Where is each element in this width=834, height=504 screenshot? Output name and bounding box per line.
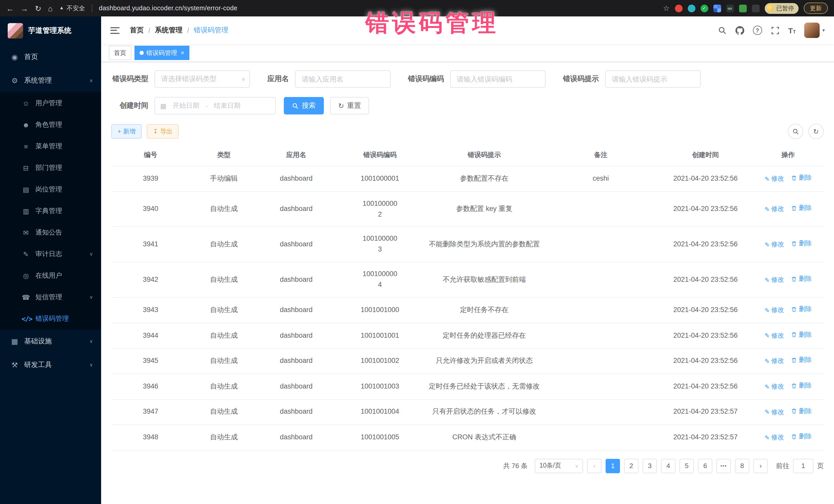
sidebar-item-online-users[interactable]: ◎ 在线用户 (0, 265, 101, 286)
edit-button[interactable]: ✎修改 (765, 433, 784, 443)
help-icon[interactable]: ? (753, 26, 762, 35)
sidebar-item-menu[interactable]: ≡ 菜单管理 (0, 135, 101, 157)
search-button[interactable]: 搜索 (284, 97, 324, 114)
delete-button[interactable]: 删除 (791, 239, 812, 249)
column-header-ops: 操作 (752, 144, 824, 166)
sidebar-item-home[interactable]: ◉ 首页 (0, 45, 101, 69)
delete-button[interactable]: 删除 (791, 406, 812, 416)
extensions-pin-icon[interactable] (752, 4, 759, 12)
delete-button[interactable]: 删除 (791, 203, 812, 213)
security-warning-badge[interactable]: ▲ 不安全 (59, 4, 85, 13)
date-end-placeholder: 结束日期 (214, 101, 240, 110)
home-icon[interactable]: ⌂ (48, 4, 52, 12)
breadcrumb-system[interactable]: 系统管理 (155, 26, 183, 35)
paused-label: 已暂停 (776, 4, 794, 12)
github-icon[interactable] (736, 26, 744, 35)
hamburger-icon[interactable] (110, 27, 119, 34)
more-pages-button[interactable]: ••• (717, 459, 731, 473)
chevron-down-icon: ∨ (241, 76, 245, 82)
sidebar-item-post[interactable]: ▤ 岗位管理 (0, 179, 101, 200)
delete-button[interactable]: 删除 (791, 173, 812, 183)
user-avatar[interactable]: ▾ (805, 23, 825, 38)
delete-button[interactable]: 删除 (791, 330, 812, 340)
error-msg-input[interactable] (605, 70, 701, 88)
extension-icon-on-badge[interactable]: on (726, 4, 734, 12)
extension-icon-green[interactable] (739, 4, 746, 12)
page-size-select[interactable]: 10条/页 ∨ (535, 459, 583, 473)
error-code-table: 编号 类型 应用名 错误码编码 错误码提示 备注 创建时间 操作 3939 (111, 144, 824, 451)
sidebar-item-role[interactable]: ☻ 角色管理 (0, 114, 101, 135)
sidebar-item-infra[interactable]: ▦ 基础设施 ∨ (0, 329, 101, 353)
sidebar-item-system[interactable]: ⚙ 系统管理 ∧ (0, 69, 101, 92)
delete-button[interactable]: 删除 (791, 274, 812, 284)
extension-icon-green-check[interactable]: ✓ (700, 4, 708, 12)
sidebar-item-notice[interactable]: ✉ 通知公告 (0, 222, 101, 243)
back-icon[interactable]: ← (6, 4, 14, 12)
page-button-6[interactable]: 6 (698, 459, 712, 473)
infrastructure-icon: ▦ (10, 337, 19, 345)
edit-button[interactable]: ✎修改 (765, 382, 784, 392)
reload-icon[interactable]: ↻ (35, 4, 41, 12)
top-navbar: 首页 / 系统管理 / 错误码管理 ? (101, 17, 834, 44)
error-code-input[interactable] (450, 70, 546, 88)
page-jump-input[interactable] (793, 459, 813, 473)
add-button[interactable]: + 新增 (111, 124, 142, 138)
sidebar-item-dept[interactable]: ⊟ 部门管理 (0, 157, 101, 179)
page-button-5[interactable]: 5 (680, 459, 694, 473)
edit-button[interactable]: ✎修改 (765, 305, 784, 315)
edit-button[interactable]: ✎修改 (765, 356, 784, 367)
edit-button[interactable]: ✎修改 (765, 331, 784, 341)
next-page-button[interactable]: › (753, 459, 768, 473)
date-range-picker[interactable]: ▦ 开始日期 - 结束日期 (154, 97, 276, 114)
edit-button[interactable]: ✎修改 (765, 407, 784, 417)
browser-chrome: ← → ↻ ⌂ ▲ 不安全 dashboard.yudao.iocoder.cn… (0, 0, 834, 17)
url-text[interactable]: dashboard.yudao.iocoder.cn/system/error-… (99, 5, 237, 12)
delete-button[interactable]: 删除 (791, 304, 812, 314)
search-icon[interactable] (718, 26, 727, 35)
emoji-face-icon (767, 5, 774, 12)
extension-icon-grid[interactable] (713, 4, 721, 12)
page-button-3[interactable]: 3 (642, 459, 657, 473)
error-type-select[interactable]: 请选择错误码类型 ∨ (154, 70, 250, 88)
page-button-2[interactable]: 2 (624, 459, 638, 473)
page-button-8[interactable]: 8 (735, 459, 749, 473)
prev-page-button[interactable]: ‹ (587, 459, 601, 473)
role-icon: ☻ (22, 121, 30, 129)
toggle-search-button[interactable] (788, 124, 803, 139)
update-button[interactable]: 更新 (804, 3, 828, 14)
filter-row-2: 创建时间 ▦ 开始日期 - 结束日期 搜索 ↻ 重 (111, 97, 824, 114)
breadcrumb-home[interactable]: 首页 (130, 26, 144, 35)
extension-icon-red[interactable] (675, 4, 682, 12)
delete-button[interactable]: 删除 (791, 432, 812, 442)
extension-icon-teal[interactable] (687, 4, 695, 12)
tab-home[interactable]: 首页 (109, 46, 131, 60)
delete-button[interactable]: 删除 (791, 381, 812, 391)
download-icon: ↧ (153, 128, 158, 135)
app-name-input[interactable] (295, 70, 391, 88)
sidebar-item-devtools[interactable]: ⚒ 研发工具 ∨ (0, 353, 101, 377)
app-logo[interactable]: 芋道管理系统 (0, 17, 101, 45)
edit-button[interactable]: ✎修改 (765, 240, 784, 250)
tab-error-code[interactable]: 错误码管理 × (134, 46, 190, 60)
page-button-1[interactable]: 1 (606, 459, 620, 473)
export-button[interactable]: ↧ 导出 (147, 124, 179, 138)
sidebar-item-audit-log[interactable]: ✎ 审计日志 ∨ (0, 243, 101, 265)
edit-button[interactable]: ✎修改 (765, 275, 784, 285)
sidebar-item-dict[interactable]: ▥ 字典管理 (0, 200, 101, 222)
bookmark-star-icon[interactable]: ☆ (663, 4, 670, 12)
reset-button[interactable]: ↻ 重置 (330, 97, 369, 114)
font-size-icon[interactable]: TT (788, 26, 796, 34)
edit-button[interactable]: ✎修改 (765, 174, 784, 184)
page-button-4[interactable]: 4 (661, 459, 675, 473)
forward-icon[interactable]: → (21, 4, 28, 12)
close-icon[interactable]: × (181, 50, 184, 56)
refresh-table-button[interactable]: ↻ (808, 124, 824, 139)
table-row: 3941 自动生成 dashboard 100100000 3 不能删除类型为系… (111, 227, 824, 262)
edit-button[interactable]: ✎修改 (765, 204, 784, 214)
sidebar-item-user[interactable]: ☺ 用户管理 (0, 92, 101, 114)
fullscreen-icon[interactable] (771, 26, 780, 35)
paused-badge[interactable]: 已暂停 (765, 3, 798, 14)
sidebar-item-sms[interactable]: ☎ 短信管理 ∨ (0, 286, 101, 308)
sidebar-item-error-code[interactable]: </> 错误码管理 (0, 308, 101, 329)
delete-button[interactable]: 删除 (791, 355, 812, 366)
